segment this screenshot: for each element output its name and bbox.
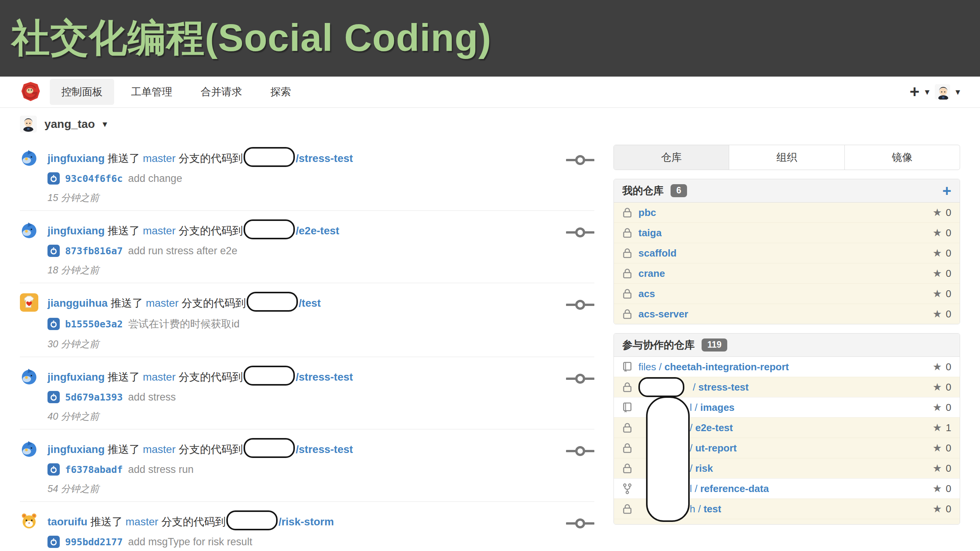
to-label: 分支的代码到: [178, 225, 243, 237]
repo-list-item[interactable]: acs-server ★ 0: [614, 304, 960, 324]
slide-title: 社交化编程(Social Coding): [0, 13, 491, 64]
repo-list-item[interactable]: files / cheetah-integration-report ★ 0: [614, 357, 960, 377]
commit-message: 尝试在计费的时候获取id: [128, 317, 240, 331]
repo-link[interactable]: l / reference-data: [690, 483, 769, 495]
to-label: 分支的代码到: [178, 152, 243, 164]
commit-line: f6378abadf add stress run: [47, 463, 561, 476]
gogs-logo[interactable]: [20, 80, 50, 103]
commit-hash-link[interactable]: 995bdd2177: [65, 536, 123, 548]
to-label: 分支的代码到: [161, 516, 226, 528]
repo-link[interactable]: / ut-report: [690, 442, 737, 454]
sidebar-tabs: 仓库 组织 镜像: [614, 145, 960, 170]
context-switcher[interactable]: yang_tao ▾: [0, 108, 980, 139]
tab-repositories[interactable]: 仓库: [614, 145, 729, 170]
star-icon: ★: [933, 463, 942, 474]
feed-timestamp: 30 分钟之前: [47, 338, 561, 350]
star-icon: ★: [933, 423, 942, 433]
star-count: ★ 0: [933, 308, 951, 320]
repo-link[interactable]: taiga: [638, 227, 662, 239]
tshirt-avatar: [20, 293, 38, 312]
feed-title: jingfuxiang 推送了 master 分支的代码到/stress-tes…: [47, 366, 561, 386]
user-avatar[interactable]: [935, 84, 950, 100]
repo-link[interactable]: /test: [299, 297, 321, 309]
star-icon: ★: [933, 228, 942, 238]
tab-organizations[interactable]: 组织: [729, 145, 844, 170]
new-repo-button[interactable]: +: [910, 83, 919, 100]
tab-mirrors[interactable]: 镜像: [844, 145, 960, 170]
repo-link[interactable]: acs: [638, 288, 655, 300]
commit-badge-icon: [47, 172, 60, 185]
commit-hash-link[interactable]: 93c04f6f6c: [65, 173, 123, 184]
commit-line: 5d679a1393 add stress: [47, 391, 561, 403]
actor-link[interactable]: jiangguihua: [47, 297, 108, 309]
commit-hash-link[interactable]: f6378abadf: [65, 464, 123, 475]
branch-link[interactable]: master: [143, 443, 176, 455]
actor-link[interactable]: taoruifu: [47, 516, 87, 528]
commit-hash-link[interactable]: 5d679a1393: [65, 392, 123, 403]
repo-link[interactable]: / stress-test: [693, 381, 749, 393]
star-icon: ★: [933, 289, 942, 299]
git-commit-icon: [561, 443, 594, 495]
lock-icon: [622, 247, 632, 259]
actor-avatar[interactable]: [20, 221, 38, 239]
repo-link[interactable]: h / test: [690, 503, 721, 515]
star-icon: ★: [933, 484, 942, 494]
actor-link[interactable]: jingfuxiang: [47, 152, 105, 164]
boy-avatar: [935, 84, 950, 100]
repo-link[interactable]: /stress-test: [296, 152, 353, 164]
actor-avatar[interactable]: [20, 367, 38, 386]
repo-visibility-icon: [622, 381, 632, 393]
add-repo-button[interactable]: +: [942, 183, 951, 198]
actor-avatar[interactable]: [20, 293, 38, 312]
feed-title: taoruifu 推送了 master 分支的代码到/risk-storm: [47, 510, 561, 530]
repo-link[interactable]: pbc: [638, 207, 656, 219]
branch-link[interactable]: master: [126, 516, 159, 528]
branch-link[interactable]: master: [143, 371, 176, 383]
repo-link[interactable]: l / images: [690, 402, 735, 414]
repo-link[interactable]: scaffold: [638, 247, 677, 259]
repo-link[interactable]: /risk-storm: [278, 516, 334, 528]
commit-line: 995bdd2177 add msgType for risk result: [47, 536, 561, 548]
repo-link[interactable]: / e2e-test: [690, 422, 733, 434]
repo-list-item[interactable]: acs ★ 0: [614, 283, 960, 304]
repo-link[interactable]: crane: [638, 268, 665, 280]
pushed-label: 推送了: [108, 443, 140, 455]
repo-visibility-icon: [622, 308, 632, 320]
new-repo-caret-icon[interactable]: ▾: [925, 87, 929, 96]
star-icon: ★: [933, 248, 942, 258]
nav-item-issues[interactable]: 工单管理: [119, 79, 184, 105]
branch-link[interactable]: master: [143, 152, 176, 164]
actor-link[interactable]: jingfuxiang: [47, 371, 105, 383]
actor-avatar[interactable]: [20, 149, 38, 167]
nav-item-explore[interactable]: 探索: [259, 79, 303, 105]
repo-list-item[interactable]: taiga ★ 0: [614, 222, 960, 243]
repo-list-item[interactable]: crane ★ 0: [614, 263, 960, 283]
commit-line: 93c04f6f6c add change: [47, 172, 561, 185]
repo-link[interactable]: /e2e-test: [296, 225, 339, 237]
branch-link[interactable]: master: [143, 225, 176, 237]
repo-list-item[interactable]: scaffold ★ 0: [614, 243, 960, 263]
commit-badge-icon: [47, 245, 60, 257]
lock-icon: [622, 227, 632, 239]
git-commit-icon: [561, 225, 594, 276]
nav-item-pull-requests[interactable]: 合并请求: [189, 79, 254, 105]
actor-avatar[interactable]: [20, 512, 38, 530]
repo-link[interactable]: /stress-test: [296, 443, 353, 455]
repo-link[interactable]: files / cheetah-integration-report: [638, 361, 789, 373]
commit-hash-link[interactable]: 873fb816a7: [65, 245, 123, 257]
repo-link[interactable]: /stress-test: [296, 371, 353, 383]
nav-item-dashboard[interactable]: 控制面板: [50, 79, 114, 105]
repo-visibility-icon: [622, 442, 632, 454]
commit-hash-link[interactable]: b15550e3a2: [65, 319, 123, 330]
repo-link[interactable]: / risk: [690, 463, 713, 474]
repo-visibility-icon: [622, 288, 632, 299]
lock-icon: [622, 381, 632, 393]
actor-link[interactable]: jingfuxiang: [47, 443, 105, 455]
actor-avatar[interactable]: [20, 440, 38, 458]
repo-list-item[interactable]: / stress-test ★ 0: [614, 377, 960, 397]
user-menu-caret-icon[interactable]: ▾: [955, 87, 960, 96]
repo-link[interactable]: acs-server: [638, 308, 688, 320]
branch-link[interactable]: master: [146, 297, 179, 309]
repo-list-item[interactable]: pbc ★ 0: [614, 203, 960, 222]
actor-link[interactable]: jingfuxiang: [47, 225, 105, 237]
